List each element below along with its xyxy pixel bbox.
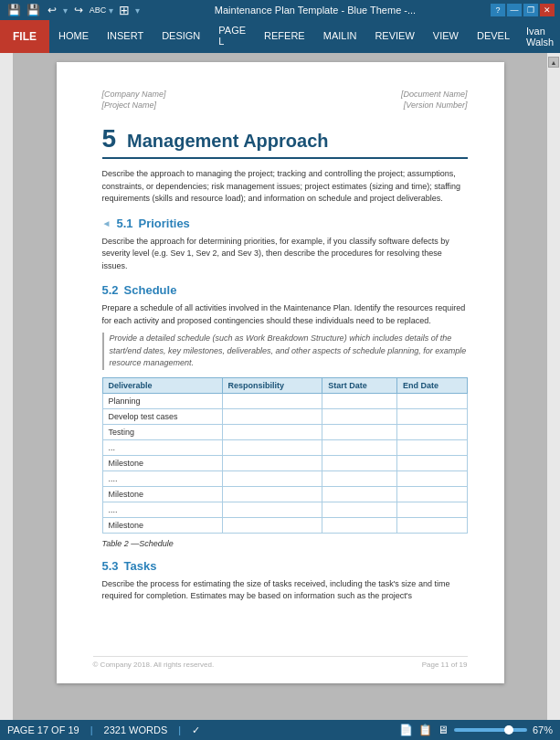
tab-view[interactable]: VIEW [424, 20, 468, 53]
file-tab-button[interactable]: FILE [0, 20, 49, 53]
tab-home[interactable]: HOME [49, 20, 98, 53]
section51-arrow-icon: ◄ [102, 218, 111, 228]
zoom-slider[interactable] [454, 728, 527, 732]
ribbon: FILE HOME INSERT DESIGN PAGE L REFERE MA… [0, 20, 560, 53]
table-row: .... [102, 470, 467, 486]
table-cell: Milestone [102, 517, 222, 533]
table-row: .... [102, 502, 467, 517]
table-cell [396, 408, 467, 424]
section53-title: 5.3 Tasks [102, 559, 468, 573]
table-cell [322, 393, 397, 408]
tab-developer[interactable]: DEVEL [468, 20, 519, 53]
schedule-table: Deliverable Responsibility Start Date En… [102, 377, 468, 534]
section52-italic-note: Provide a detailed schedule (such as Wor… [102, 333, 468, 370]
scroll-right: ▲ [547, 53, 560, 720]
table-cell [222, 517, 322, 533]
zoom-percent: 67% [533, 724, 553, 735]
section53-heading: Tasks [124, 559, 157, 573]
table-cell [322, 439, 397, 455]
table-cell [396, 517, 467, 533]
col-enddate: End Date [396, 377, 467, 393]
status-sep1: | [90, 724, 93, 735]
table-cell: Planning [102, 393, 222, 408]
section51-heading: Priorities [138, 217, 189, 230]
help-button[interactable]: ? [491, 4, 505, 16]
main-area: [Company Name] [Project Name] [Document … [0, 53, 560, 720]
table-caption: Table 2 —Schedule [102, 539, 468, 548]
section5-num: 5 [102, 124, 117, 153]
section5-heading: Management Approach [127, 131, 328, 152]
table-cell [396, 424, 467, 439]
title-bar: 💾 💾 ↩ ▾ ↪ ABC ▾ ⊞ ▾ Maintenance Plan Tem… [0, 0, 560, 20]
redo-icon[interactable]: ↪ [70, 2, 87, 18]
sep3: ▾ [135, 5, 140, 16]
status-right: 📄 📋 🖥 67% [399, 724, 553, 736]
table-cell [322, 424, 397, 439]
tab-insert[interactable]: INSERT [98, 20, 153, 53]
tab-design[interactable]: DESIGN [153, 20, 209, 53]
web-view-icon[interactable]: 🖥 [438, 724, 449, 736]
word-count-status: 2321 WORDS [104, 724, 168, 735]
quick-access-toolbar: 💾 💾 ↩ ▾ ↪ ABC ▾ ⊞ ▾ [5, 2, 140, 18]
restore-button[interactable]: ❐ [523, 4, 538, 16]
col-startdate: Start Date [322, 377, 397, 393]
spell-icon[interactable]: ABC [90, 2, 106, 18]
status-bar: PAGE 17 OF 19 | 2321 WORDS | ✓ 📄 📋 🖥 67% [0, 720, 560, 740]
table-cell [322, 486, 397, 502]
table-cell [222, 470, 322, 486]
left-margin [0, 53, 13, 720]
table-cell: Testing [102, 424, 222, 439]
footer-page-info: Page 11 of 19 [422, 661, 468, 669]
table-cell [396, 486, 467, 502]
table-cell [222, 502, 322, 517]
table-cell: Milestone [102, 455, 222, 470]
version-number-field: [Version Number] [401, 100, 468, 110]
section52-num: 5.2 [102, 283, 119, 297]
document-header: [Company Name] [Project Name] [Document … [102, 90, 468, 110]
table-cell [396, 455, 467, 470]
sep2: ▾ [109, 5, 113, 16]
section53-body: Describe the process for estimating the … [102, 578, 468, 603]
document-page: [Company Name] [Project Name] [Document … [57, 62, 504, 683]
header-right: [Document Name] [Version Number] [401, 90, 468, 110]
table-row: Milestone [102, 517, 467, 533]
tab-references[interactable]: REFERE [255, 20, 314, 53]
table-cell: .... [102, 502, 222, 517]
page-area: [Company Name] [Project Name] [Document … [13, 53, 547, 720]
proofing-icon[interactable]: ✓ [192, 724, 200, 736]
more-icon[interactable]: ⊞ [116, 2, 132, 18]
window-controls: ? — ❐ ✕ [491, 4, 555, 16]
document-name-field: [Document Name] [401, 90, 468, 99]
print-layout-icon[interactable]: 📄 [399, 724, 413, 736]
table-cell [222, 393, 322, 408]
status-sep2: | [178, 724, 181, 735]
table-cell: .... [102, 470, 222, 486]
page-status: PAGE 17 OF 19 [7, 724, 79, 735]
tab-review[interactable]: REVIEW [365, 20, 423, 53]
scroll-up-button[interactable]: ▲ [548, 57, 559, 68]
page-footer: © Company 2018. All rights reserved. Pag… [93, 656, 468, 669]
zoom-thumb [504, 725, 513, 735]
table-cell: ... [102, 439, 222, 455]
menu-tabs: HOME INSERT DESIGN PAGE L REFERE MAILIN … [49, 20, 519, 53]
section52-body: Prepare a schedule of all activities inv… [102, 302, 468, 327]
company-name-field: [Company Name] [102, 90, 166, 99]
user-name: Ivan Walsh [526, 26, 560, 48]
save2-icon[interactable]: 💾 [25, 2, 41, 18]
read-view-icon[interactable]: 📋 [418, 724, 432, 736]
table-cell [396, 502, 467, 517]
table-row: Milestone [102, 455, 467, 470]
close-button[interactable]: ✕ [540, 4, 555, 16]
header-left: [Company Name] [Project Name] [102, 90, 166, 110]
undo-icon[interactable]: ↩ [44, 2, 60, 18]
tab-mailings[interactable]: MAILIN [314, 20, 366, 53]
tab-pagelayout[interactable]: PAGE L [209, 20, 255, 53]
section51-body: Describe the approach for determining pr… [102, 236, 468, 273]
minimize-button[interactable]: — [507, 4, 522, 16]
save-icon[interactable]: 💾 [5, 2, 22, 18]
table-cell: Milestone [102, 486, 222, 502]
table-cell [396, 470, 467, 486]
section53-num: 5.3 [102, 559, 119, 573]
section5-body: Describe the approach to managing the pr… [102, 168, 468, 206]
section51-title: ◄ 5.1 Priorities [102, 217, 468, 230]
